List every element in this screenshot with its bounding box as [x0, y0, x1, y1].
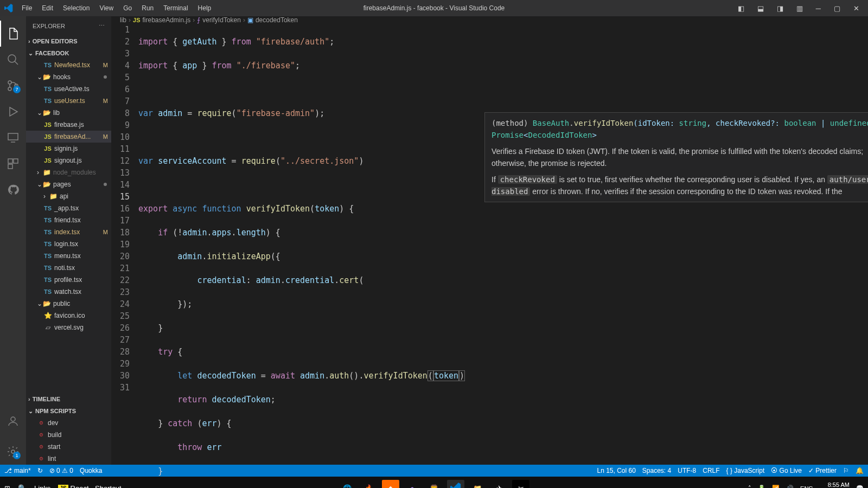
sidebar-title: EXPLORER — [33, 23, 65, 29]
section-root[interactable]: ⌄FACEBOOK — [26, 47, 111, 59]
status-branch[interactable]: ⎇ main* — [4, 467, 31, 474]
tree-item-firebasead---[interactable]: JSfirebaseAd...M — [26, 131, 111, 143]
activity-debug[interactable] — [0, 99, 26, 125]
search-icon — [7, 53, 20, 66]
breadcrumb-lib[interactable]: lib — [120, 16, 126, 24]
activity-accounts[interactable] — [0, 408, 26, 434]
svg-rect-8 — [14, 159, 18, 163]
tree-item-newfeed-tsx[interactable]: TSNewfeed.tsxM — [26, 59, 111, 71]
tree-item-menu-tsx[interactable]: TSmenu.tsx — [26, 250, 111, 262]
tree-item-noti-tsx[interactable]: TSnoti.tsx — [26, 262, 111, 274]
menu-view[interactable]: View — [95, 2, 118, 14]
taskbar-explorer[interactable]: 📁 — [469, 480, 486, 489]
start-button[interactable]: ⊞ — [4, 484, 10, 488]
tree-item-hooks[interactable]: ⌄📂hooks — [26, 71, 111, 83]
tree-item-index-tsx[interactable]: TSindex.tsxM — [26, 226, 111, 238]
menu-run[interactable]: Run — [137, 2, 158, 14]
taskbar-brave[interactable]: 🦁 — [425, 480, 443, 489]
layout-toggle-panel-icon[interactable]: ⬓ — [753, 2, 768, 15]
tree-item-signin-js[interactable]: JSsignin.js — [26, 143, 111, 155]
section-timeline[interactable]: ›TIMELINE — [26, 393, 111, 405]
tree-item-node-modules[interactable]: ›📁node_modules — [26, 166, 111, 178]
line-gutter: 1234567891011121314151617181920212223242… — [111, 24, 138, 488]
activity-explorer[interactable] — [0, 21, 26, 47]
activity-search[interactable] — [0, 47, 26, 73]
function-icon: ⨍ — [197, 16, 200, 24]
activity-remote[interactable] — [0, 125, 26, 151]
menu-edit[interactable]: Edit — [37, 2, 58, 14]
sidebar-explorer: EXPLORER ⋯ ›OPEN EDITORS ⌄FACEBOOK TSNew… — [26, 16, 111, 465]
tree-item-public[interactable]: ⌄📂public — [26, 298, 111, 310]
hover-tooltip: (method) BaseAuth.verifyIdToken(idToken:… — [484, 112, 868, 202]
section-npm-scripts[interactable]: ⌄NPM SCRIPTS — [26, 405, 111, 417]
tree-item-useactive-ts[interactable]: TSuseActive.ts — [26, 83, 111, 95]
tree-item-lib[interactable]: ⌄📂lib — [26, 107, 111, 119]
tree-item-signout-js[interactable]: JSsignout.js — [26, 155, 111, 166]
taskbar-search-icon[interactable]: 🔍 — [18, 484, 27, 488]
breadcrumb-fn[interactable]: verifyIdToken — [202, 16, 241, 24]
account-icon — [7, 415, 20, 428]
menu-go[interactable]: Go — [119, 2, 136, 14]
tooltip-desc1: Verifies a Firebase ID token (JWT). If t… — [492, 145, 868, 169]
taskbar-github-desktop[interactable]: ● — [404, 480, 421, 489]
tree-item-firebase-js[interactable]: JSfirebase.js — [26, 119, 111, 131]
breadcrumb-file[interactable]: firebaseAdmin.js — [142, 16, 190, 24]
menu-file[interactable]: File — [17, 2, 36, 14]
tree-item-watch-tsx[interactable]: TSwatch.tsx — [26, 286, 111, 298]
window-minimize-icon[interactable]: ─ — [812, 2, 825, 15]
taskbar-links[interactable]: Links — [34, 484, 50, 488]
layout-toggle-sidebar-icon[interactable]: ◧ — [733, 2, 749, 15]
status-quokka[interactable]: Quokka — [80, 467, 102, 474]
tree-item-useuser-ts[interactable]: TSuseUser.tsM — [26, 95, 111, 107]
activity-scm[interactable]: 7 — [0, 73, 26, 99]
activity-settings[interactable]: 1 — [0, 439, 26, 465]
status-problems[interactable]: ⊘ 0 ⚠ 0 — [49, 467, 73, 474]
menu-help[interactable]: Help — [194, 2, 216, 14]
menu-selection[interactable]: Selection — [59, 2, 94, 14]
taskbar-app2[interactable]: 🔥 — [360, 480, 378, 489]
tree-item--app-tsx[interactable]: TS_app.tsx — [26, 202, 111, 214]
svg-line-1 — [15, 61, 18, 65]
npm-script-build[interactable]: ⚙build — [26, 429, 111, 441]
tree-item-api[interactable]: ›📁api — [26, 190, 111, 202]
layout-toggle-secondary-icon[interactable]: ◨ — [773, 2, 788, 15]
status-sync[interactable]: ↻ — [37, 467, 43, 474]
tree-item-vercel-svg[interactable]: ▱vercel.svg — [26, 322, 111, 333]
sidebar-more-icon[interactable]: ⋯ — [99, 22, 105, 29]
npm-script-dev[interactable]: ⚙dev — [26, 417, 111, 429]
taskbar-app3[interactable]: ◆ — [382, 480, 399, 489]
activity-extensions[interactable] — [0, 151, 26, 177]
npm-script-start[interactable]: ⚙start — [26, 441, 111, 453]
menu-terminal[interactable]: Terminal — [159, 2, 192, 14]
taskbar-telegram[interactable]: ✈ — [490, 480, 508, 489]
layout-customize-icon[interactable]: ▥ — [792, 2, 807, 15]
npm-script-lint[interactable]: ⚙lint — [26, 453, 111, 465]
extensions-icon — [7, 157, 20, 170]
files-icon — [7, 27, 20, 40]
taskbar-chrome[interactable]: 🌐 — [339, 480, 356, 489]
editor-body[interactable]: 1234567891011121314151617181920212223242… — [111, 24, 868, 488]
tree-item-pages[interactable]: ⌄📂pages — [26, 178, 111, 190]
activity-github[interactable] — [0, 177, 26, 203]
taskbar-capcut[interactable]: ✂ — [512, 480, 529, 489]
taskbar-vscode[interactable] — [447, 480, 464, 489]
svg-point-3 — [8, 87, 11, 91]
tooltip-signature: (method) BaseAuth.verifyIdToken(idToken:… — [492, 117, 868, 141]
tree-item-login-tsx[interactable]: TSlogin.tsx — [26, 238, 111, 250]
svg-rect-5 — [8, 133, 18, 140]
sidebar-header: EXPLORER ⋯ — [26, 16, 111, 35]
section-open-editors[interactable]: ›OPEN EDITORS — [26, 35, 111, 47]
window-maximize-icon[interactable]: ▢ — [829, 2, 845, 15]
svg-point-2 — [8, 81, 11, 84]
github-icon — [7, 184, 19, 196]
tree-item-profile-tsx[interactable]: TSprofile.tsx — [26, 274, 111, 286]
breadcrumb-var[interactable]: decodedToken — [256, 16, 298, 24]
title-bar: File Edit Selection View Go Run Terminal… — [0, 0, 868, 16]
tree-item-friend-tsx[interactable]: TSfriend.tsx — [26, 214, 111, 226]
window-close-icon[interactable]: ✕ — [849, 2, 864, 15]
code-content[interactable]: import { getAuth } from "firebase/auth";… — [138, 24, 868, 488]
breadcrumb[interactable]: lib› JS firebaseAdmin.js› ⨍ verifyIdToke… — [111, 16, 868, 24]
svg-point-0 — [8, 55, 16, 62]
tree-item-favicon-ico[interactable]: ⭐favicon.ico — [26, 310, 111, 322]
svg-rect-9 — [8, 164, 12, 169]
